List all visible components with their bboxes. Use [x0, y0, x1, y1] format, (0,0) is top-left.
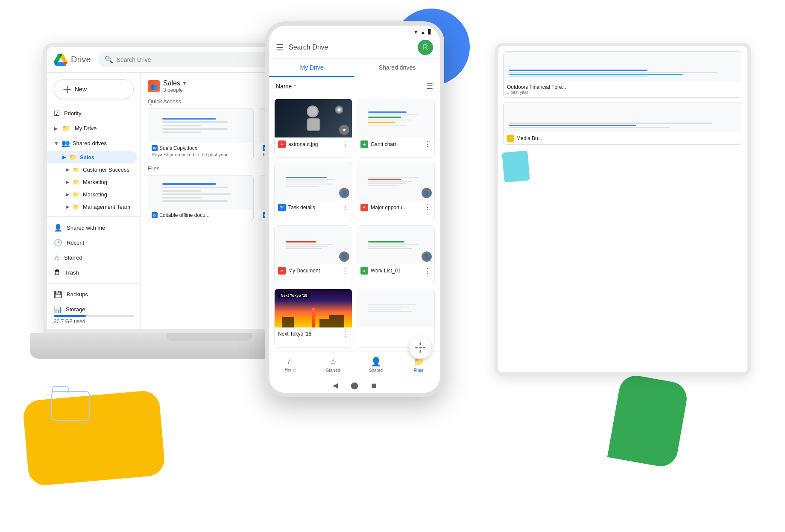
storage-section: 📊 Storage 30.7 GB used: [47, 302, 141, 328]
gantt-more-icon[interactable]: ⋮: [424, 140, 431, 148]
file-thumb-editable: [148, 175, 253, 210]
mobile-file-card-tokyo[interactable]: Next Tokyo '18 Next Tokyo '18 ⋮: [274, 289, 352, 348]
sidebar-item-management-team[interactable]: ▶ 📁 Management Team: [47, 201, 141, 213]
storage-bar-bg: [54, 315, 134, 317]
new-button-label: New: [75, 86, 87, 93]
new-button[interactable]: New: [54, 79, 134, 99]
home-nav-label: Home: [285, 368, 296, 372]
recents-button[interactable]: ◼: [371, 381, 377, 389]
worklist-file-bottom: X Work List_01 ⋮: [357, 264, 434, 278]
mobile-file-card-task[interactable]: 👤 W Task details ⋮: [274, 162, 352, 221]
shared-badge-mydoc: 👤: [339, 251, 349, 262]
sidebar-sharedwithme-label: Shared with me: [67, 225, 105, 231]
sidebar-ps-label: Marketing: [83, 191, 107, 198]
astronaut-file-bottom: ▲ astronaut.jpg ⋮: [275, 137, 352, 151]
ppt-icon-mydoc: P: [278, 267, 286, 275]
sidebar-item-starred[interactable]: ☆ Starred: [47, 250, 137, 265]
mobile-file-card-major[interactable]: 👤 A Major opportu... ⋮: [357, 162, 435, 221]
back-file-card-2[interactable]: Media Bu...: [503, 102, 742, 145]
storage-header: 📊 Storage: [54, 305, 134, 313]
sidebar-item-marketing[interactable]: ▶ 📁 Marketing: [47, 176, 141, 188]
search-icon: 🔍: [105, 56, 113, 64]
mobile-file-card-worklist[interactable]: 👤 X Work List_01 ⋮: [357, 225, 435, 284]
sidebar-starred-label: Starred: [64, 254, 82, 261]
expand-arrow-icon-mt: ▶: [66, 204, 69, 210]
tokyo-more-icon[interactable]: ⋮: [342, 330, 349, 338]
back-device: Outdoors Financial Fore... ...past year: [495, 43, 751, 376]
mobile-nav-shared[interactable]: 👤 Shared: [354, 355, 397, 374]
sort-label[interactable]: Name ↑: [276, 83, 296, 90]
tokyo-file-name: Next Tokyo '18: [278, 331, 311, 337]
tab-shared-drives[interactable]: Shared drives: [354, 59, 440, 77]
task-thumb: 👤: [275, 162, 352, 201]
hamburger-icon[interactable]: ☰: [276, 42, 284, 53]
task-more-icon[interactable]: ⋮: [342, 203, 349, 211]
back-button[interactable]: ◀: [333, 381, 338, 389]
worklist-file-name: Work List_01: [371, 268, 401, 274]
mobile-file-card-gantt[interactable]: + Gantt chart ⋮: [357, 99, 435, 158]
mobile-search-text[interactable]: Search Drive: [289, 44, 413, 51]
storage-used-text: 30.7 GB used: [54, 319, 134, 324]
astronaut-more-icon[interactable]: ⋮: [342, 140, 349, 148]
sidebar-item-recent[interactable]: 🕐 Recent: [47, 235, 137, 250]
mobile-avatar[interactable]: R: [418, 40, 433, 55]
tokyo-file-bottom: Next Tokyo '18 ⋮: [275, 327, 352, 341]
worklist-thumb: 👤: [357, 226, 434, 264]
list-view-icon[interactable]: ☰: [426, 82, 433, 91]
folder-icon: 📁: [62, 124, 70, 132]
file-thumb-sues-copy: [148, 108, 253, 143]
back-file-card-1[interactable]: Outdoors Financial Fore... ...past year: [503, 51, 742, 98]
mobile-files-grid: ★ ▲ astronaut.jpg ⋮: [269, 95, 440, 351]
backup-icon: 💾: [54, 290, 62, 298]
sidebar-item-customer-success[interactable]: ▶ 📁 Customer Success: [47, 164, 141, 176]
file-card-editable[interactable]: D Editable offline docu...: [148, 175, 254, 221]
folder-title: Sales: [163, 79, 180, 87]
mydoc-file-bottom: P My Document ⋮: [275, 264, 352, 278]
mydoc-more-icon[interactable]: ⋮: [342, 267, 349, 275]
mobile-fab-button[interactable]: [409, 336, 431, 359]
cs-folder-icon: 📁: [73, 167, 79, 173]
starred-nav-icon: ☆: [329, 357, 337, 367]
sidebar-item-shared-with-me[interactable]: 👤 Shared with me: [47, 220, 137, 235]
trash-icon: 🗑: [54, 269, 61, 276]
sidebar-cs-label: Customer Success: [83, 167, 129, 173]
mobile-nav-home[interactable]: ⌂ Home: [269, 355, 312, 374]
sidebar-item-priority[interactable]: ☑ Priority: [47, 106, 137, 121]
new-plus-icon: [63, 85, 71, 94]
sidebar-shared-drives[interactable]: ▼ 👥 Shared drives: [47, 136, 141, 151]
sidebar-item-backups[interactable]: 💾 Backups: [47, 287, 137, 302]
tab-my-drive[interactable]: My Drive: [269, 59, 354, 77]
sidebar-item-sales[interactable]: ▶ 📁 Sales: [47, 151, 137, 164]
major-more-icon[interactable]: ⋮: [424, 203, 431, 211]
sidebar-item-trash[interactable]: 🗑 Trash: [47, 265, 137, 280]
mobile-file-card-astronaut[interactable]: ★ ▲ astronaut.jpg ⋮: [274, 99, 352, 158]
sidebar-divider-1: [47, 216, 141, 217]
home-button[interactable]: ⬤: [351, 381, 358, 389]
file-name-sues-copy: Sue's Copy.docx: [159, 145, 197, 151]
sidebar-sales-label: Sales: [80, 154, 94, 161]
gantt-file-bottom: + Gantt chart ⋮: [357, 137, 434, 151]
mobile-nav-starred[interactable]: ☆ Starred: [312, 355, 354, 374]
shared-badge-major: 👤: [422, 188, 432, 198]
worklist-more-icon[interactable]: ⋮: [424, 267, 431, 275]
starred-nav-label: Starred: [326, 368, 340, 373]
sidebar-item-professional-services[interactable]: ▶ 📁 Marketing: [47, 188, 141, 201]
sidebar-item-mydrive[interactable]: ▶ 📁 My Drive: [47, 121, 137, 136]
folder-people-count: 3 people: [163, 87, 187, 93]
drive-logo: Drive: [54, 53, 91, 67]
major-file-bottom: A Major opportu... ⋮: [357, 201, 434, 214]
file-card-sues-copy[interactable]: W Sue's Copy.docx Priya Sharma edited in…: [148, 108, 254, 160]
astronaut-file-name: astronaut.jpg: [288, 141, 318, 147]
sidebar-trash-label: Trash: [65, 269, 79, 276]
file-info-editable: D Editable offline docu...: [148, 210, 253, 221]
mobile-sort-bar: Name ↑ ☰: [269, 77, 440, 95]
fab-plus-icon: [414, 342, 426, 354]
dropdown-icon[interactable]: ▼: [182, 80, 187, 86]
blank-thumb: [357, 289, 434, 327]
major-file-name: Major opportu...: [371, 205, 407, 210]
pdf-icon-major: A: [360, 204, 368, 211]
word-icon-task: W: [278, 204, 286, 211]
shared-badge-task: 👤: [339, 188, 349, 198]
laptop-notch: [167, 333, 252, 341]
mobile-file-card-mydoc[interactable]: 👤 P My Document ⋮: [274, 225, 352, 284]
